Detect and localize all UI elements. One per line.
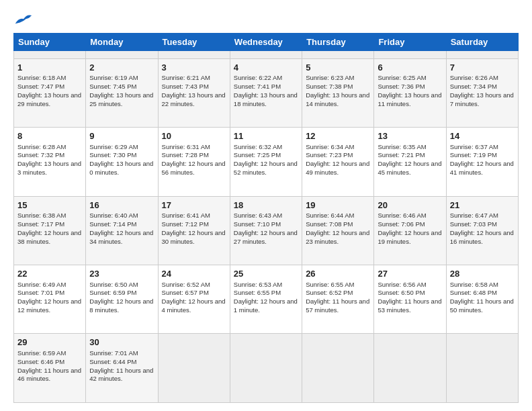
day-number: 23 xyxy=(89,268,154,280)
daylight-text: Daylight: 11 hours and 42 minutes. xyxy=(89,367,154,384)
sunset-text: Sunset: 7:36 PM xyxy=(378,83,442,91)
sunrise-text: Sunrise: 6:31 AM xyxy=(162,143,226,152)
calendar-cell: 8Sunrise: 6:28 AMSunset: 7:32 PMDaylight… xyxy=(14,128,86,196)
page-header xyxy=(13,12,519,26)
col-monday: Monday xyxy=(86,33,158,50)
daylight-text: Daylight: 13 hours and 25 minutes. xyxy=(89,91,154,109)
sunrise-text: Sunrise: 6:19 AM xyxy=(89,74,154,83)
daylight-text: Daylight: 13 hours and 18 minutes. xyxy=(234,91,298,109)
calendar-cell: 7Sunrise: 6:26 AMSunset: 7:34 PMDaylight… xyxy=(446,58,518,127)
daylight-text: Daylight: 12 hours and 23 minutes. xyxy=(306,229,370,246)
col-tuesday: Tuesday xyxy=(158,33,230,50)
daylight-text: Daylight: 12 hours and 30 minutes. xyxy=(162,229,226,246)
calendar-cell: 20Sunrise: 6:46 AMSunset: 7:06 PMDayligh… xyxy=(374,196,446,265)
daylight-text: Daylight: 11 hours and 53 minutes. xyxy=(378,298,442,315)
sunset-text: Sunset: 7:32 PM xyxy=(17,151,82,160)
calendar-cell: 3Sunrise: 6:21 AMSunset: 7:43 PMDaylight… xyxy=(158,58,230,127)
daylight-text: Daylight: 11 hours and 46 minutes. xyxy=(17,367,82,384)
sunset-text: Sunset: 7:03 PM xyxy=(450,220,515,229)
sunrise-text: Sunrise: 6:38 AM xyxy=(17,212,82,220)
sunset-text: Sunset: 7:14 PM xyxy=(89,220,154,229)
calendar-cell: 27Sunrise: 6:56 AMSunset: 6:50 PMDayligh… xyxy=(374,265,446,334)
calendar-cell xyxy=(86,50,158,58)
calendar-cell: 12Sunrise: 6:34 AMSunset: 7:23 PMDayligh… xyxy=(302,128,374,196)
calendar-cell: 9Sunrise: 6:29 AMSunset: 7:30 PMDaylight… xyxy=(86,128,158,196)
daylight-text: Daylight: 12 hours and 45 minutes. xyxy=(378,160,442,177)
sunrise-text: Sunrise: 6:40 AM xyxy=(89,212,154,220)
sunset-text: Sunset: 7:43 PM xyxy=(162,83,226,91)
sunset-text: Sunset: 7:38 PM xyxy=(306,83,370,91)
calendar-cell xyxy=(158,50,230,58)
calendar-cell xyxy=(446,334,518,403)
sunrise-text: Sunrise: 6:25 AM xyxy=(378,74,442,83)
day-number: 17 xyxy=(162,199,226,212)
col-sunday: Sunday xyxy=(14,33,86,50)
calendar-cell: 19Sunrise: 6:44 AMSunset: 7:08 PMDayligh… xyxy=(302,196,374,265)
day-number: 16 xyxy=(89,199,154,212)
day-number: 30 xyxy=(89,336,154,349)
sunset-text: Sunset: 6:59 PM xyxy=(89,289,154,298)
day-number: 14 xyxy=(450,130,515,142)
calendar-cell: 1Sunrise: 6:18 AMSunset: 7:47 PMDaylight… xyxy=(14,58,86,127)
daylight-text: Daylight: 11 hours and 57 minutes. xyxy=(306,298,370,315)
daylight-text: Daylight: 13 hours and 0 minutes. xyxy=(89,160,154,177)
sunrise-text: Sunrise: 6:49 AM xyxy=(17,281,82,289)
calendar-cell: 16Sunrise: 6:40 AMSunset: 7:14 PMDayligh… xyxy=(86,196,158,265)
daylight-text: Daylight: 12 hours and 56 minutes. xyxy=(162,160,226,177)
bird-icon xyxy=(14,13,33,26)
calendar-week-5: 22Sunrise: 6:49 AMSunset: 7:01 PMDayligh… xyxy=(14,265,519,334)
day-number: 27 xyxy=(378,268,442,280)
col-wednesday: Wednesday xyxy=(230,33,302,50)
sunrise-text: Sunrise: 6:37 AM xyxy=(450,143,515,152)
sunrise-text: Sunrise: 6:32 AM xyxy=(234,143,298,152)
calendar-cell xyxy=(374,334,446,403)
calendar-cell: 10Sunrise: 6:31 AMSunset: 7:28 PMDayligh… xyxy=(158,128,230,196)
daylight-text: Daylight: 13 hours and 22 minutes. xyxy=(162,91,226,109)
day-number: 5 xyxy=(306,62,370,74)
day-number: 24 xyxy=(162,268,226,280)
sunrise-text: Sunrise: 6:58 AM xyxy=(450,281,515,289)
sunset-text: Sunset: 7:08 PM xyxy=(306,220,370,229)
calendar-cell: 4Sunrise: 6:22 AMSunset: 7:41 PMDaylight… xyxy=(230,58,302,127)
sunrise-text: Sunrise: 6:59 AM xyxy=(17,349,82,358)
sunrise-text: Sunrise: 6:23 AM xyxy=(306,74,370,83)
sunset-text: Sunset: 7:21 PM xyxy=(378,151,442,160)
logo xyxy=(13,12,34,26)
day-number: 6 xyxy=(378,62,442,74)
sunset-text: Sunset: 7:10 PM xyxy=(234,220,298,229)
sunset-text: Sunset: 7:45 PM xyxy=(89,83,154,91)
sunset-text: Sunset: 7:34 PM xyxy=(450,83,515,91)
calendar-cell xyxy=(374,50,446,58)
day-number: 19 xyxy=(306,199,370,212)
daylight-text: Daylight: 11 hours and 50 minutes. xyxy=(450,298,515,315)
sunset-text: Sunset: 7:17 PM xyxy=(17,220,82,229)
calendar-cell: 22Sunrise: 6:49 AMSunset: 7:01 PMDayligh… xyxy=(14,265,86,334)
day-number: 2 xyxy=(89,62,154,74)
calendar-cell: 29Sunrise: 6:59 AMSunset: 6:46 PMDayligh… xyxy=(14,334,86,403)
calendar-cell xyxy=(14,50,86,58)
sunrise-text: Sunrise: 6:56 AM xyxy=(378,281,442,289)
sunrise-text: Sunrise: 6:43 AM xyxy=(234,212,298,220)
calendar-cell: 28Sunrise: 6:58 AMSunset: 6:48 PMDayligh… xyxy=(446,265,518,334)
day-number: 21 xyxy=(450,199,515,212)
sunset-text: Sunset: 7:25 PM xyxy=(234,151,298,160)
day-number: 12 xyxy=(306,130,370,142)
daylight-text: Daylight: 12 hours and 38 minutes. xyxy=(17,229,82,246)
daylight-text: Daylight: 12 hours and 27 minutes. xyxy=(234,229,298,246)
calendar-cell: 30Sunrise: 7:01 AMSunset: 6:44 PMDayligh… xyxy=(86,334,158,403)
calendar-cell xyxy=(302,50,374,58)
daylight-text: Daylight: 12 hours and 52 minutes. xyxy=(234,160,298,177)
day-number: 1 xyxy=(17,62,82,74)
calendar-cell xyxy=(158,334,230,403)
col-saturday: Saturday xyxy=(446,33,518,50)
daylight-text: Daylight: 12 hours and 19 minutes. xyxy=(378,229,442,246)
sunrise-text: Sunrise: 7:01 AM xyxy=(89,349,154,358)
calendar-cell xyxy=(230,50,302,58)
calendar-cell xyxy=(302,334,374,403)
day-number: 7 xyxy=(450,62,515,74)
daylight-text: Daylight: 12 hours and 34 minutes. xyxy=(89,229,154,246)
day-number: 3 xyxy=(162,62,226,74)
day-number: 28 xyxy=(450,268,515,280)
calendar-cell: 14Sunrise: 6:37 AMSunset: 7:19 PMDayligh… xyxy=(446,128,518,196)
sunset-text: Sunset: 7:01 PM xyxy=(17,289,82,298)
